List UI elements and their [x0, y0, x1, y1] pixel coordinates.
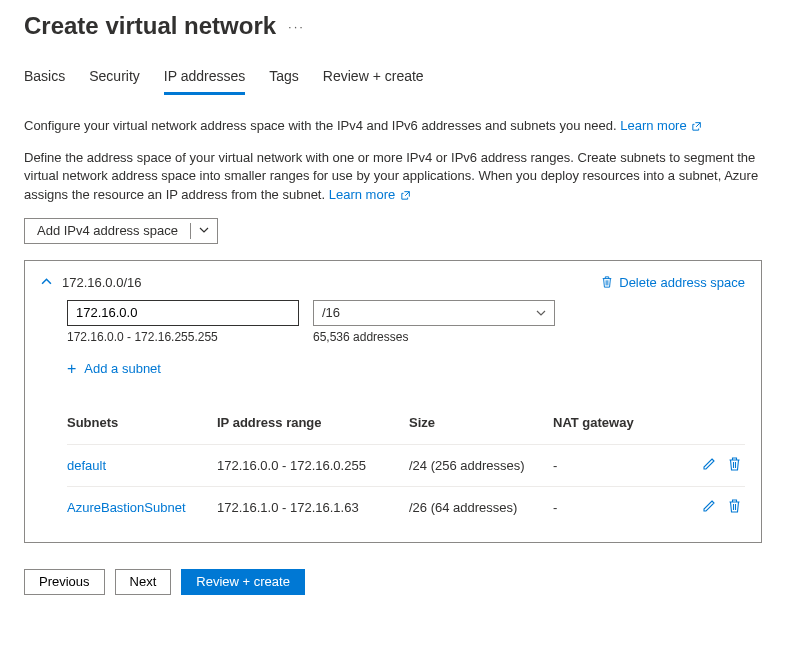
more-menu[interactable]: ···	[288, 19, 305, 34]
subnet-range: 172.16.0.0 - 172.16.0.255	[217, 458, 409, 473]
edit-icon[interactable]	[702, 499, 716, 516]
add-ipv4-space-button[interactable]: Add IPv4 address space	[24, 218, 218, 244]
tab-basics[interactable]: Basics	[24, 68, 65, 95]
subnet-name-link[interactable]: AzureBastionSubnet	[67, 500, 217, 515]
review-create-button[interactable]: Review + create	[181, 569, 305, 595]
col-size: Size	[409, 415, 553, 430]
chevron-down-icon	[536, 308, 546, 318]
ip-range-label: 172.16.0.0 - 172.16.255.255	[67, 330, 313, 344]
subnets-table: Subnets IP address range Size NAT gatewa…	[67, 402, 745, 528]
delete-address-space-link[interactable]: Delete address space	[601, 275, 745, 290]
subnet-size: /26 (64 addresses)	[409, 500, 553, 515]
table-row: default172.16.0.0 - 172.16.0.255/24 (256…	[67, 444, 745, 486]
next-button[interactable]: Next	[115, 569, 172, 595]
delete-icon[interactable]	[728, 457, 741, 474]
collapse-toggle[interactable]	[41, 275, 52, 290]
col-range: IP address range	[217, 415, 409, 430]
external-link-icon	[401, 190, 411, 200]
subnet-range: 172.16.1.0 - 172.16.1.63	[217, 500, 409, 515]
ip-address-input[interactable]	[67, 300, 299, 326]
intro-text-2: Define the address space of your virtual…	[24, 149, 762, 204]
chevron-down-icon	[191, 223, 217, 238]
add-subnet-button[interactable]: + Add a subnet	[67, 360, 161, 378]
tab-tags[interactable]: Tags	[269, 68, 299, 95]
learn-more-link-1[interactable]: Learn more	[620, 118, 702, 133]
external-link-icon	[692, 121, 702, 131]
tabs: BasicsSecurityIP addressesTagsReview + c…	[24, 68, 762, 95]
intro-text-1: Configure your virtual network address s…	[24, 117, 762, 135]
tab-ip-addresses[interactable]: IP addresses	[164, 68, 245, 95]
tab-security[interactable]: Security	[89, 68, 140, 95]
subnet-nat: -	[553, 458, 663, 473]
delete-icon[interactable]	[728, 499, 741, 516]
learn-more-link-2[interactable]: Learn more	[329, 187, 411, 202]
trash-icon	[601, 276, 613, 288]
edit-icon[interactable]	[702, 457, 716, 474]
previous-button[interactable]: Previous	[24, 569, 105, 595]
subnet-name-link[interactable]: default	[67, 458, 217, 473]
table-row: AzureBastionSubnet172.16.1.0 - 172.16.1.…	[67, 486, 745, 528]
subnet-size: /24 (256 addresses)	[409, 458, 553, 473]
cidr-mask-select[interactable]: /16	[313, 300, 555, 326]
plus-icon: +	[67, 360, 76, 378]
address-count-label: 65,536 addresses	[313, 330, 408, 344]
col-subnets: Subnets	[67, 415, 217, 430]
page-title: Create virtual network	[24, 12, 276, 40]
address-space-panel: 172.16.0.0/16 Delete address space /16 1…	[24, 260, 762, 543]
space-cidr-label: 172.16.0.0/16	[62, 275, 142, 290]
subnet-nat: -	[553, 500, 663, 515]
tab-review-create[interactable]: Review + create	[323, 68, 424, 95]
col-nat: NAT gateway	[553, 415, 663, 430]
footer-buttons: Previous Next Review + create	[0, 549, 786, 615]
